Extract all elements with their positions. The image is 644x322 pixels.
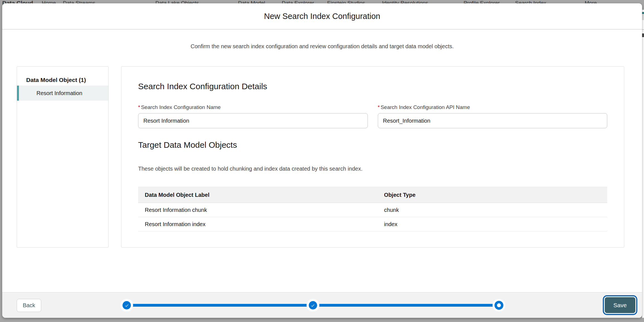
- sliver-divider-line: [642, 29, 644, 30]
- target-objects-table: Data Model Object Label Object Type Reso…: [138, 187, 607, 231]
- save-button[interactable]: Save: [605, 297, 635, 313]
- configuration-review-panel: Search Index Configuration Details *Sear…: [121, 66, 624, 248]
- sliver-gray-bottom: [642, 318, 644, 322]
- field-configuration-api-name: *Search Index Configuration API Name: [378, 104, 608, 128]
- data-model-object-panel: Data Model Object (1) Resort Information: [17, 66, 109, 248]
- column-header-object-label: Data Model Object Label: [138, 187, 377, 203]
- sliver-gray-top: [642, 0, 644, 10]
- page-edge-sliver: [642, 0, 644, 322]
- configuration-name-label: *Search Index Configuration Name: [138, 104, 368, 110]
- sidebar-item-label: Resort Information: [19, 90, 82, 96]
- table-header-row: Data Model Object Label Object Type: [138, 187, 607, 203]
- modal-header: New Search Index Configuration: [2, 3, 642, 30]
- sidebar-item-resort-information[interactable]: Resort Information: [17, 86, 108, 101]
- modal-subtitle: Confirm the new search index configurati…: [2, 43, 642, 50]
- new-search-index-configuration-modal: New Search Index Configuration Confirm t…: [2, 3, 642, 318]
- configuration-fields: *Search Index Configuration Name *Search…: [138, 104, 607, 128]
- table-row: Resort Information chunk chunk: [138, 203, 607, 217]
- sliver-selected-tab-underline: [642, 12, 644, 14]
- targets-section-heading: Target Data Model Objects: [138, 140, 607, 150]
- configuration-api-name-input[interactable]: [378, 113, 608, 128]
- sliver-light-gray: [642, 14, 644, 20]
- progress-step-1-completed: [120, 299, 133, 312]
- cell-object-type: chunk: [377, 203, 607, 217]
- progress-indicator: [127, 292, 499, 318]
- check-icon: [309, 301, 317, 309]
- configuration-name-input[interactable]: [138, 113, 368, 128]
- field-configuration-name: *Search Index Configuration Name: [138, 104, 368, 128]
- column-header-object-type: Object Type: [377, 187, 607, 203]
- progress-step-3-current: [493, 299, 505, 312]
- check-icon: [123, 301, 131, 309]
- cell-object-type: index: [377, 217, 607, 231]
- table-row: Resort Information index index: [138, 217, 607, 231]
- sliver-text-fragment: [642, 33, 644, 37]
- required-asterisk: *: [378, 104, 380, 110]
- cell-object-label: Resort Information chunk: [138, 203, 377, 217]
- cell-object-label: Resort Information index: [138, 217, 377, 231]
- modal-footer: Back Save: [2, 292, 642, 318]
- back-button[interactable]: Back: [17, 299, 41, 312]
- configuration-api-name-label: *Search Index Configuration API Name: [378, 104, 608, 110]
- data-model-object-heading: Data Model Object (1): [26, 77, 108, 83]
- progress-step-2-completed: [307, 299, 319, 312]
- details-section-heading: Search Index Configuration Details: [138, 82, 607, 91]
- required-asterisk: *: [138, 104, 140, 110]
- modal-title: New Search Index Configuration: [264, 12, 380, 21]
- current-step-ring-icon: [494, 301, 503, 310]
- targets-description: These objects will be created to hold ch…: [138, 166, 607, 172]
